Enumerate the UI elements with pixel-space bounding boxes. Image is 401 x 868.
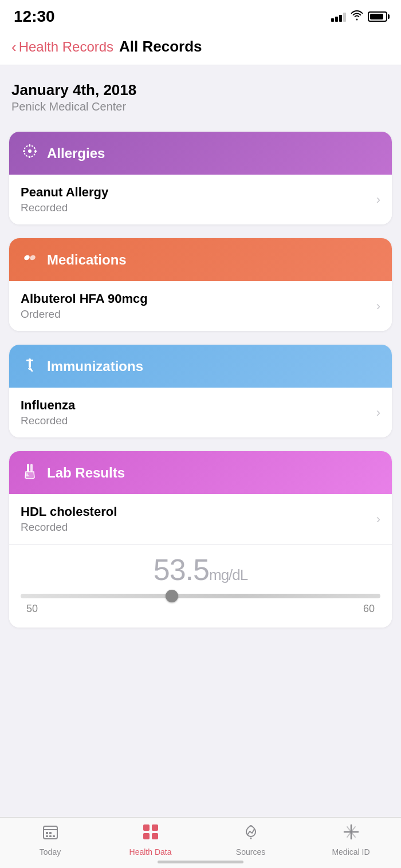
record-status: Recorded <box>21 415 75 427</box>
lab-unit: mg/dL <box>209 566 247 583</box>
status-bar: 12:30 <box>0 0 401 31</box>
medications-icon <box>21 248 39 271</box>
record-info: Albuterol HFA 90mcg Ordered <box>21 291 148 321</box>
svg-rect-9 <box>26 360 33 361</box>
home-indicator <box>158 861 243 863</box>
record-info: HDL cholesterol Recorded <box>21 504 117 534</box>
lab-results-icon <box>21 461 39 484</box>
chevron-right-icon: › <box>376 192 380 207</box>
lab-value-section: 53.5mg/dL 50 60 <box>9 544 392 628</box>
back-chevron-icon: ‹ <box>11 40 17 54</box>
record-status: Recorded <box>21 521 117 534</box>
medical-id-label: Medical ID <box>332 847 369 857</box>
immunizations-card: Immunizations Influenza Recorded › <box>9 345 392 437</box>
signal-icon <box>331 11 346 22</box>
svg-rect-6 <box>23 254 31 261</box>
svg-rect-23 <box>143 824 150 831</box>
chevron-right-icon: › <box>376 299 380 314</box>
record-name: Influenza <box>21 398 75 413</box>
svg-rect-18 <box>46 832 48 834</box>
lab-results-card: Lab Results HDL cholesterol Recorded › 5… <box>9 451 392 628</box>
tab-medical-id[interactable]: Medical ID <box>301 823 401 857</box>
lab-slider-track <box>21 594 380 598</box>
svg-rect-7 <box>29 254 37 261</box>
today-icon <box>42 823 59 845</box>
sources-icon <box>242 823 260 845</box>
lab-number: 53.5 <box>154 553 209 586</box>
immunizations-label: Immunizations <box>47 358 143 374</box>
lab-slider-min: 50 <box>26 603 38 615</box>
lab-results-label: Lab Results <box>47 465 125 481</box>
lab-results-header: Lab Results <box>9 451 392 494</box>
svg-rect-22 <box>53 835 55 837</box>
record-status: Ordered <box>21 308 148 321</box>
medications-card: Medications Albuterol HFA 90mcg Ordered … <box>9 238 392 331</box>
status-icons <box>331 10 387 23</box>
lab-slider: 50 60 <box>21 594 380 615</box>
albuterol-item[interactable]: Albuterol HFA 90mcg Ordered › <box>9 281 392 331</box>
allergies-icon <box>21 142 39 164</box>
record-name: Albuterol HFA 90mcg <box>21 291 148 306</box>
svg-point-1 <box>28 149 32 153</box>
hdl-cholesterol-item[interactable]: HDL cholesterol Recorded › <box>9 494 392 544</box>
battery-icon <box>368 11 387 22</box>
main-content: January 4th, 2018 Penick Medical Center … <box>0 65 401 724</box>
lab-value: 53.5mg/dL <box>154 553 247 587</box>
health-data-label: Health Data <box>129 847 172 857</box>
allergies-label: Allergies <box>47 145 105 161</box>
medications-header: Medications <box>9 238 392 281</box>
influenza-item[interactable]: Influenza Recorded › <box>9 388 392 437</box>
back-button[interactable]: ‹ Health Records <box>11 39 113 55</box>
immunizations-header: Immunizations <box>9 345 392 388</box>
tab-today[interactable]: Today <box>0 823 100 857</box>
svg-rect-25 <box>143 833 150 839</box>
allergies-header: Allergies <box>9 132 392 175</box>
record-info: Peanut Allergy Recorded <box>21 185 108 214</box>
peanut-allergy-item[interactable]: Peanut Allergy Recorded › <box>9 175 392 224</box>
immunizations-icon <box>21 355 39 377</box>
medications-label: Medications <box>47 252 127 268</box>
chevron-right-icon: › <box>376 512 380 527</box>
svg-rect-24 <box>152 824 158 831</box>
facility-name: Penick Medical Center <box>11 100 390 113</box>
lab-slider-thumb <box>166 590 178 602</box>
wifi-icon <box>351 10 363 23</box>
tab-health-data[interactable]: Health Data <box>100 823 200 857</box>
svg-rect-20 <box>46 835 48 837</box>
svg-point-27 <box>250 838 251 839</box>
page-title: All Records <box>119 38 202 56</box>
record-name: HDL cholesterol <box>21 504 117 519</box>
svg-rect-13 <box>30 464 33 472</box>
date-header: January 4th, 2018 Penick Medical Center <box>9 79 392 118</box>
nav-header: ‹ Health Records All Records <box>0 31 401 65</box>
lab-slider-labels: 50 60 <box>21 603 380 615</box>
status-time: 12:30 <box>14 7 55 26</box>
svg-rect-19 <box>49 832 52 834</box>
sources-label: Sources <box>236 847 265 857</box>
record-status: Recorded <box>21 202 108 214</box>
record-name: Peanut Allergy <box>21 185 108 200</box>
svg-rect-12 <box>27 464 29 472</box>
today-label: Today <box>40 847 61 857</box>
record-info: Influenza Recorded <box>21 398 75 427</box>
back-label: Health Records <box>19 39 113 55</box>
tab-sources[interactable]: Sources <box>200 823 301 857</box>
svg-rect-21 <box>49 835 52 837</box>
allergies-card: Allergies Peanut Allergy Recorded › <box>9 132 392 224</box>
svg-rect-26 <box>152 833 158 839</box>
visit-date: January 4th, 2018 <box>11 81 390 99</box>
chevron-right-icon: › <box>376 405 380 420</box>
lab-slider-max: 60 <box>363 603 375 615</box>
medical-id-icon <box>343 823 360 845</box>
health-data-icon <box>142 823 159 845</box>
